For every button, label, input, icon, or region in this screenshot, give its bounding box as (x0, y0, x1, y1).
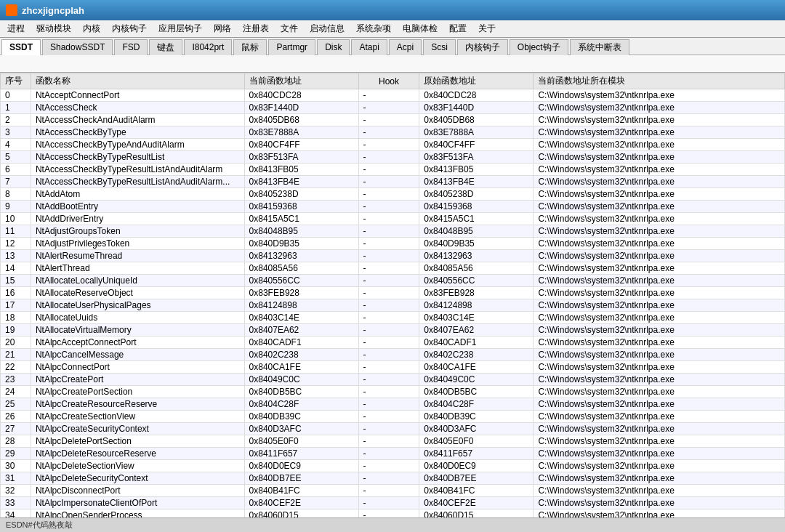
table-row[interactable]: 31NtAlpcDeleteSecurityContext0x840DB7EE-… (1, 472, 785, 485)
menu-item-menu-network[interactable]: 网络 (208, 21, 237, 36)
table-row[interactable]: 16NtAllocateReserveObject0x83FEB928-0x83… (1, 287, 785, 299)
table-row[interactable]: 23NtAlpcCreatePort0x84049C0C-0x84049C0CC… (1, 374, 785, 386)
table-row[interactable]: 17NtAllocateUserPhysicalPages0x84124898-… (1, 299, 785, 312)
menu-item-menu-app-hook[interactable]: 应用层钩子 (153, 21, 208, 36)
col-header-module[interactable]: 当前函数地址所在模块 (534, 73, 785, 89)
cell-original: 0x840D9B35 (419, 238, 534, 250)
cell-current: 0x8405DB68 (244, 114, 358, 126)
tab-tab-keyboard[interactable]: 键盘 (149, 39, 182, 55)
cell-original: 0x83F1440D (419, 102, 534, 114)
cell-hook: - (358, 176, 419, 188)
tab-tab-atapi[interactable]: Atapi (351, 39, 387, 55)
table-row[interactable]: 30NtAlpcDeleteSectionView0x840D0EC9-0x84… (1, 460, 785, 472)
menu-item-menu-driver[interactable]: 驱动模块 (31, 21, 77, 36)
cell-hook: - (358, 435, 419, 448)
tab-tab-shadowssdt[interactable]: ShadowSSDT (42, 39, 113, 55)
table-row[interactable]: 24NtAlpcCreatePortSection0x840DB5BC-0x84… (1, 386, 785, 398)
table-row[interactable]: 11NtAdjustGroupsToken0x84048B95-0x84048B… (1, 225, 785, 238)
table-row[interactable]: 27NtAlpcCreateSecurityContext0x840D3AFC-… (1, 423, 785, 435)
tab-tab-i8042[interactable]: I8042prt (184, 39, 232, 55)
cell-module: C:\Windows\system32\ntknrlpa.exe (534, 509, 785, 518)
table-row[interactable]: 4NtAccessCheckByTypeAndAuditAlarm0x840CF… (1, 139, 785, 151)
cell-original: 0x840DB39C (419, 411, 534, 423)
tab-tab-scsi[interactable]: Scsi (423, 39, 456, 55)
table-row[interactable]: 18NtAllocateUuids0x8403C14E-0x8403C14EC:… (1, 312, 785, 324)
tab-tab-idt[interactable]: 系统中断表 (570, 39, 629, 55)
menu-item-menu-registry[interactable]: 注册表 (237, 21, 275, 36)
table-row[interactable]: 9NtAddBootEntry0x84159368-0x84159368C:\W… (1, 201, 785, 213)
cell-seq: 15 (1, 275, 31, 287)
cell-original: 0x84048B95 (419, 225, 534, 238)
menu-item-menu-checkup[interactable]: 电脑体检 (397, 21, 443, 36)
col-header-original[interactable]: 原始函数地址 (419, 73, 534, 89)
menu-item-menu-startup[interactable]: 启动信息 (304, 21, 350, 36)
cell-module: C:\Windows\system32\ntknrlpa.exe (534, 89, 785, 102)
cell-original: 0x840CADF1 (419, 336, 534, 349)
cell-name: NtAddDriverEntry (31, 213, 244, 225)
cell-hook: - (358, 423, 419, 435)
table-row[interactable]: 20NtAlpcAcceptConnectPort0x840CADF1-0x84… (1, 336, 785, 349)
table-row[interactable]: 21NtAlpcCancelMessage0x8402C238-0x8402C2… (1, 349, 785, 361)
cell-name: NtAlpcCreateSecurityContext (31, 423, 244, 435)
col-header-hook[interactable]: Hook (358, 73, 419, 89)
menu-item-menu-about[interactable]: 关于 (472, 21, 502, 36)
menu-item-menu-kernel[interactable]: 内核 (77, 21, 106, 36)
table-row[interactable]: 28NtAlpcDeletePortSection0x8405E0F0-0x84… (1, 435, 785, 448)
table-row[interactable]: 22NtAlpcConnectPort0x840CA1FE-0x840CA1FE… (1, 361, 785, 374)
cell-hook: - (358, 164, 419, 176)
tab-tab-objhook[interactable]: Object钩子 (510, 39, 568, 55)
tab-tab-partmgr[interactable]: Partmgr (268, 39, 315, 55)
cell-name: NtAllocateLocallyUniqueId (31, 275, 244, 287)
table-row[interactable]: 10NtAddDriverEntry0x8415A5C1-0x8415A5C1C… (1, 213, 785, 225)
table-row[interactable]: 0NtAcceptConnectPort0x840CDC28-0x840CDC2… (1, 89, 785, 102)
cell-seq: 7 (1, 176, 31, 188)
table-row[interactable]: 1NtAccessCheck0x83F1440D-0x83F1440DC:\Wi… (1, 102, 785, 114)
cell-original: 0x8411F657 (419, 448, 534, 460)
menu-item-menu-file[interactable]: 文件 (275, 21, 304, 36)
table-row[interactable]: 12NtAdjustPrivilegesToken0x840D9B35-0x84… (1, 238, 785, 250)
main-tab-bar: SSDTShadowSSDTFSD键盘I8042prt鼠标PartmgrDisk… (0, 38, 785, 55)
table-row[interactable]: 29NtAlpcDeleteResourceReserve0x8411F657-… (1, 448, 785, 460)
tab-tab-kernhook[interactable]: 内核钩子 (457, 39, 508, 55)
tab-tab-disk[interactable]: Disk (317, 39, 350, 55)
tab-tab-mouse[interactable]: 鼠标 (233, 39, 267, 55)
cell-original: 0x8413FB4E (419, 176, 534, 188)
cell-hook: - (358, 472, 419, 485)
menu-item-menu-misc[interactable]: 系统杂项 (350, 21, 397, 36)
table-row[interactable]: 6NtAccessCheckByTypeResultListAndAuditAl… (1, 164, 785, 176)
table-row[interactable]: 26NtAlpcCreateSectionView0x840DB39C-0x84… (1, 411, 785, 423)
cell-seq: 1 (1, 102, 31, 114)
menu-item-menu-config[interactable]: 配置 (443, 21, 472, 36)
tab-tab-fsd[interactable]: FSD (114, 39, 148, 55)
cell-original: 0x83F513FA (419, 151, 534, 164)
ssdt-table: 序号 函数名称 当前函数地址 Hook 原始函数地址 当前函数地址所在模块 0N… (0, 73, 785, 517)
col-header-current[interactable]: 当前函数地址 (244, 73, 358, 89)
table-row[interactable]: 25NtAlpcCreateResourceReserve0x8404C28F-… (1, 398, 785, 411)
tab-tab-ssdt[interactable]: SSDT (1, 39, 41, 55)
cell-name: NtAlpcOpenSenderProcess (31, 509, 244, 518)
cell-seq: 23 (1, 374, 31, 386)
cell-original: 0x8407EA62 (419, 324, 534, 336)
table-row[interactable]: 2NtAccessCheckAndAuditAlarm0x8405DB68-0x… (1, 114, 785, 126)
cell-original: 0x840DB7EE (419, 472, 534, 485)
table-row[interactable]: 3NtAccessCheckByType0x83E7888A-0x83E7888… (1, 126, 785, 139)
table-row[interactable]: 32NtAlpcDisconnectPort0x840B41FC-0x840B4… (1, 485, 785, 497)
menu-item-menu-kernel-hook[interactable]: 内核钩子 (106, 21, 153, 36)
tab-tab-acpi[interactable]: Acpi (389, 39, 422, 55)
cell-module: C:\Windows\system32\ntknrlpa.exe (534, 176, 785, 188)
col-header-name[interactable]: 函数名称 (31, 73, 244, 89)
cell-current: 0x840CA1FE (244, 361, 358, 374)
table-row[interactable]: 7NtAccessCheckByTypeResultListAndAuditAl… (1, 176, 785, 188)
table-row[interactable]: 19NtAllocateVirtualMemory0x8407EA62-0x84… (1, 324, 785, 336)
table-row[interactable]: 15NtAllocateLocallyUniqueId0x840556CC-0x… (1, 275, 785, 287)
table-row[interactable]: 8NtAddAtom0x8405238D-0x8405238DC:\Window… (1, 188, 785, 201)
menu-item-menu-process[interactable]: 进程 (1, 21, 31, 36)
col-header-seq[interactable]: 序号 (1, 73, 31, 89)
table-row[interactable]: 14NtAlertThread0x84085A56-0x84085A56C:\W… (1, 262, 785, 275)
table-row[interactable]: 13NtAlertResumeThread0x84132963-0x841329… (1, 250, 785, 262)
cell-name: NtAlpcCreateResourceReserve (31, 398, 244, 411)
table-row[interactable]: 34NtAlpcOpenSenderProcess0x84060D15-0x84… (1, 509, 785, 518)
table-row[interactable]: 33NtAlpcImpersonateClientOfPort0x840CEF2… (1, 497, 785, 509)
cell-name: NtAccessCheckByTypeResultList (31, 151, 244, 164)
table-row[interactable]: 5NtAccessCheckByTypeResultList0x83F513FA… (1, 151, 785, 164)
